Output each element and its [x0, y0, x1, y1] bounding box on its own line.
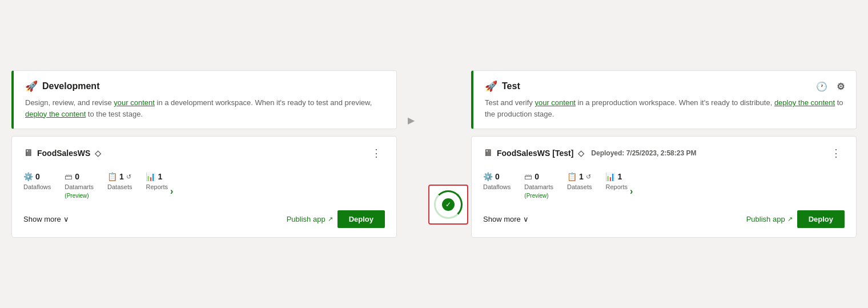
test-metrics-wrapper: ⚙️ 0 Dataflows 🗃 0 Datamarts (Preview)	[483, 172, 845, 210]
test-datasets-metric-top: 📋 1 ↺	[567, 172, 591, 181]
test-more-button[interactable]: ⋮	[827, 146, 845, 161]
datasets-metric-top: 📋 1 ↺	[107, 172, 131, 181]
test-workspace-card: 🖥 FoodSalesWS [Test] ◇ Deployed: 7/25/20…	[471, 136, 857, 238]
test-description: Test and verify your content in a prepro…	[485, 97, 845, 119]
development-stage-title: 🚀 Development	[25, 80, 385, 93]
development-publish-label: Publish app	[287, 215, 326, 223]
development-deploy-label: Deploy	[349, 215, 373, 223]
development-stage-header: 🚀 Development Design, review, and revise…	[11, 70, 397, 129]
test-reports-icon: 📊	[605, 172, 615, 181]
dev-to-test-arrow: ▶	[397, 70, 425, 125]
test-metrics-next-chevron[interactable]: ›	[628, 186, 635, 197]
dataflows-metric-top: ⚙️ 0	[23, 172, 40, 181]
test-publish-external-icon: ↗	[787, 215, 793, 223]
publish-external-icon: ↗	[328, 215, 333, 223]
development-footer-actions: Publish app ↗ Deploy	[287, 210, 385, 228]
test-workspace-name: FoodSalesWS [Test]	[497, 149, 573, 158]
datamarts-metric-top: 🗃 0	[65, 172, 79, 181]
development-more-button[interactable]: ⋮	[368, 146, 385, 161]
test-datamarts-label: Datamarts	[524, 183, 553, 190]
test-history-icon[interactable]: 🕐	[816, 81, 827, 92]
test-datamarts-metric: 🗃 0 Datamarts (Preview)	[524, 172, 553, 199]
development-show-more-button[interactable]: Show more ∨	[23, 215, 69, 223]
test-datamarts-icon: 🗃	[524, 172, 532, 181]
test-stage: 🚀 Test 🕐 ⚙ Test and verify your content …	[471, 70, 857, 238]
development-title-text: Development	[42, 81, 99, 91]
test-stage-header: 🚀 Test 🕐 ⚙ Test and verify your content …	[471, 70, 857, 129]
check-circle: ✓	[442, 198, 455, 211]
reports-icon: 📊	[146, 172, 155, 181]
development-stage: 🚀 Development Design, review, and revise…	[11, 70, 397, 238]
test-show-more-button[interactable]: Show more ∨	[483, 215, 529, 223]
spinner-ring: ✓	[434, 190, 463, 219]
development-publish-button[interactable]: Publish app ↗	[287, 215, 333, 223]
development-card-footer: Show more ∨ Publish app ↗ Deploy	[23, 210, 385, 228]
datamarts-value: 0	[75, 172, 79, 181]
diamond-icon: ◇	[95, 149, 101, 158]
development-workspace-header: 🖥 FoodSalesWS ◇ ⋮	[23, 146, 385, 161]
show-more-label: Show more	[23, 215, 61, 223]
test-datamarts-value: 0	[535, 172, 539, 181]
datamarts-label: Datamarts	[65, 183, 94, 190]
check-icon: ✓	[445, 201, 451, 209]
test-reports-value: 1	[617, 172, 622, 181]
test-datasets-icon: 📋	[567, 172, 577, 181]
test-stage-icon: 🚀	[485, 80, 497, 93]
test-datasets-refresh-icon: ↺	[586, 173, 591, 181]
development-stage-icon: 🚀	[25, 80, 38, 93]
datasets-icon: 📋	[107, 172, 117, 181]
test-monitor-icon: 🖥	[483, 148, 492, 158]
datamarts-sublabel: (Preview)	[65, 193, 89, 199]
test-workspace-title: 🖥 FoodSalesWS [Test] ◇ Deployed: 7/25/20…	[483, 148, 696, 158]
test-stage-title: 🚀 Test 🕐 ⚙	[485, 80, 845, 93]
test-show-more-label: Show more	[483, 215, 521, 223]
test-datamarts-metric-top: 🗃 0	[524, 172, 539, 181]
development-metrics-row: ⚙️ 0 Dataflows 🗃 0 Datamarts (Preview)	[23, 172, 168, 199]
datasets-label: Datasets	[107, 183, 132, 190]
development-description: Design, review, and revise your content …	[25, 97, 385, 119]
development-deploy-button[interactable]: Deploy	[337, 210, 385, 228]
test-reports-label: Reports	[605, 183, 628, 190]
deploy-indicator-wrapper: ✓	[425, 70, 471, 225]
test-deploy-label: Deploy	[809, 215, 833, 223]
reports-value: 1	[158, 172, 162, 181]
reports-label: Reports	[146, 183, 168, 190]
dataflows-value: 0	[35, 172, 40, 181]
test-diamond-icon: ◇	[578, 149, 584, 158]
test-reports-metric: 📊 1 Reports	[605, 172, 628, 190]
test-dataflows-label: Dataflows	[483, 183, 511, 190]
test-deployed-info: Deployed: 7/25/2023, 2:58:23 PM	[591, 149, 696, 157]
development-metrics-wrapper: ⚙️ 0 Dataflows 🗃 0 Datamarts (Preview)	[23, 172, 385, 210]
dataflows-icon: ⚙️	[23, 172, 33, 181]
datasets-value: 1	[119, 172, 124, 181]
test-datasets-metric: 📋 1 ↺ Datasets	[567, 172, 592, 190]
datamarts-metric: 🗃 0 Datamarts (Preview)	[65, 172, 94, 199]
test-show-more-chevron: ∨	[523, 215, 529, 223]
test-dataflows-metric: ⚙️ 0 Dataflows	[483, 172, 511, 190]
reports-metric: 📊 1 Reports	[146, 172, 168, 190]
reports-metric-top: 📊 1	[146, 172, 162, 181]
test-publish-label: Publish app	[746, 215, 785, 223]
test-publish-button[interactable]: Publish app ↗	[746, 215, 793, 223]
test-card-footer: Show more ∨ Publish app ↗ Deploy	[483, 210, 845, 228]
datamarts-icon: 🗃	[65, 172, 73, 181]
pipeline-container: 🚀 Development Design, review, and revise…	[11, 70, 857, 238]
test-datasets-label: Datasets	[567, 183, 592, 190]
test-dataflows-icon: ⚙️	[483, 172, 493, 181]
datasets-metric: 📋 1 ↺ Datasets	[107, 172, 132, 190]
metrics-next-chevron[interactable]: ›	[168, 186, 175, 197]
test-reports-metric-top: 📊 1	[605, 172, 622, 181]
test-deploy-button[interactable]: Deploy	[797, 210, 845, 228]
monitor-icon: 🖥	[23, 148, 33, 158]
deploy-indicator: ✓	[428, 185, 468, 225]
test-title-text: Test	[502, 81, 520, 91]
test-footer-actions: Publish app ↗ Deploy	[746, 210, 845, 228]
test-datasets-value: 1	[579, 172, 584, 181]
test-metrics-row: ⚙️ 0 Dataflows 🗃 0 Datamarts (Preview)	[483, 172, 628, 199]
development-workspace-title: 🖥 FoodSalesWS ◇	[23, 148, 101, 158]
test-dataflows-metric-top: ⚙️ 0	[483, 172, 500, 181]
test-workspace-header: 🖥 FoodSalesWS [Test] ◇ Deployed: 7/25/20…	[483, 146, 845, 161]
dataflows-metric: ⚙️ 0 Dataflows	[23, 172, 51, 190]
show-more-chevron: ∨	[63, 215, 69, 223]
test-settings-icon[interactable]: ⚙	[837, 81, 845, 92]
